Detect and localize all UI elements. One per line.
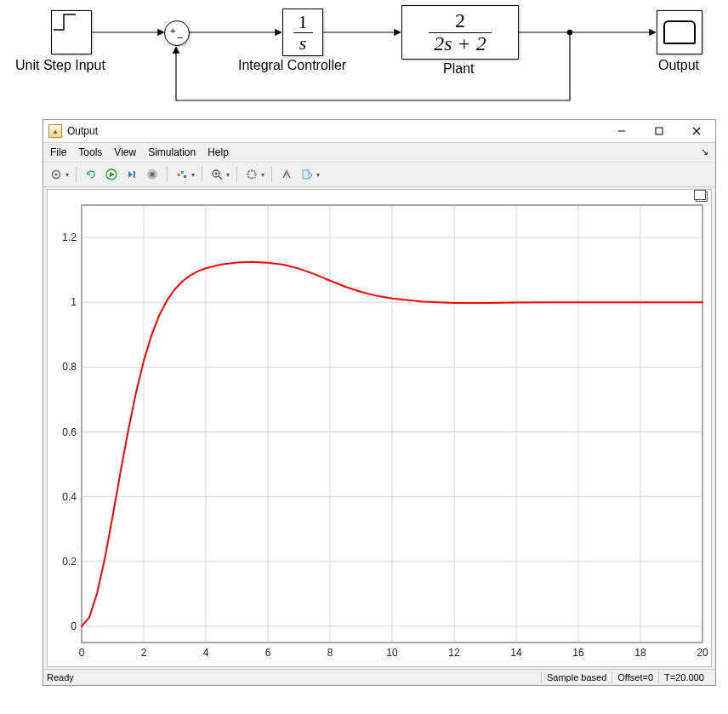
menubar: File Tools View Simulation Help ↘ [43, 143, 715, 162]
scope-icon [663, 20, 696, 44]
svg-rect-19 [184, 175, 186, 178]
svg-text:18: 18 [634, 647, 646, 659]
svg-text:16: 16 [572, 647, 584, 659]
svg-text:0: 0 [79, 647, 85, 659]
svg-text:8: 8 [327, 647, 333, 659]
svg-rect-30 [303, 170, 309, 179]
sum-junction[interactable]: + − [164, 20, 190, 46]
step-icon [52, 11, 77, 33]
diagram-connections [0, 0, 728, 119]
sum-minus-sign: − [177, 31, 184, 44]
svg-text:10: 10 [386, 647, 398, 659]
svg-point-10 [55, 174, 58, 176]
step-label: Unit Step Input [15, 58, 105, 73]
svg-text:0.2: 0.2 [62, 556, 77, 568]
zoom-icon[interactable] [208, 166, 226, 183]
svg-marker-13 [128, 171, 133, 178]
line-chart: 0246810121416182000.20.40.60.811.2 [48, 190, 711, 666]
highlight-icon[interactable] [298, 166, 316, 183]
svg-text:12: 12 [448, 647, 460, 659]
maximize-button[interactable] [640, 120, 678, 142]
triggers-icon[interactable] [173, 166, 191, 183]
svg-rect-6 [656, 128, 663, 134]
svg-rect-16 [151, 173, 155, 177]
svg-line-21 [219, 176, 222, 180]
svg-text:2: 2 [141, 647, 147, 659]
svg-rect-24 [248, 171, 255, 178]
step-source-block[interactable] [51, 10, 92, 54]
dropdown-arrow-icon[interactable]: ▾ [65, 171, 69, 179]
plant-label: Plant [443, 61, 474, 77]
plant-block[interactable]: 2 2s + 2 [401, 5, 519, 60]
status-time: T=20.000 [658, 671, 715, 683]
integrator-transfer-function: 1 s [293, 12, 313, 52]
status-sample-mode: Sample based [541, 671, 611, 683]
dropdown-arrow-icon[interactable]: ▾ [226, 171, 230, 179]
dropdown-arrow-icon[interactable]: ▾ [191, 171, 195, 179]
window-title: Output [67, 125, 603, 137]
svg-text:1.2: 1.2 [62, 231, 77, 243]
menu-tools[interactable]: Tools [78, 146, 102, 158]
cursor-measure-icon[interactable] [277, 166, 296, 183]
scope-output-window: ▲ Output File Tools View Simulation Help… [43, 119, 716, 686]
dropdown-arrow-icon[interactable]: ▾ [261, 171, 264, 179]
restart-icon[interactable] [82, 166, 100, 183]
menu-file[interactable]: File [50, 146, 66, 158]
svg-rect-17 [178, 174, 180, 176]
svg-text:20: 20 [697, 647, 708, 659]
toolbar: ▾ ▾ ▾ ▾ ▾ [43, 162, 715, 187]
dock-icon[interactable]: ↘ [701, 146, 708, 158]
statusbar: Ready Sample based Offset=0 T=20.000 [43, 669, 715, 685]
integrator-label: Integral Controller [238, 58, 346, 73]
svg-text:0.4: 0.4 [62, 491, 77, 503]
svg-text:0.6: 0.6 [62, 426, 77, 438]
menu-view[interactable]: View [114, 146, 136, 158]
svg-rect-14 [134, 171, 135, 178]
configure-icon[interactable] [47, 166, 65, 183]
svg-text:4: 4 [203, 647, 209, 659]
status-offset: Offset=0 [611, 671, 658, 683]
titlebar[interactable]: ▲ Output [43, 120, 715, 143]
step-forward-icon[interactable] [122, 166, 141, 183]
simulink-block-diagram: Unit Step Input + − 1 s Integral Control… [0, 0, 728, 119]
svg-text:0: 0 [71, 620, 77, 632]
svg-rect-18 [181, 171, 184, 174]
plot-area[interactable]: 0246810121416182000.20.40.60.811.2 [47, 189, 712, 667]
minimize-button[interactable] [603, 120, 640, 142]
status-ready: Ready [43, 672, 541, 683]
scope-block[interactable] [657, 10, 702, 54]
scope-label: Output [658, 58, 699, 73]
close-button[interactable] [678, 120, 715, 142]
menu-help[interactable]: Help [208, 146, 229, 158]
svg-text:14: 14 [510, 647, 522, 659]
plant-transfer-function: 2 2s + 2 [429, 10, 492, 54]
stop-icon[interactable] [143, 166, 162, 183]
dropdown-arrow-icon[interactable]: ▾ [316, 171, 320, 179]
svg-text:0.8: 0.8 [62, 361, 77, 373]
svg-text:1: 1 [71, 296, 77, 308]
svg-marker-12 [110, 172, 115, 177]
matlab-app-icon: ▲ [48, 124, 62, 138]
menu-simulation[interactable]: Simulation [148, 146, 196, 158]
svg-text:6: 6 [265, 647, 271, 659]
sum-plus-sign: + [170, 26, 175, 36]
integrator-block[interactable]: 1 s [282, 9, 323, 56]
run-icon[interactable] [102, 166, 121, 183]
autoscale-icon[interactable] [242, 166, 261, 183]
